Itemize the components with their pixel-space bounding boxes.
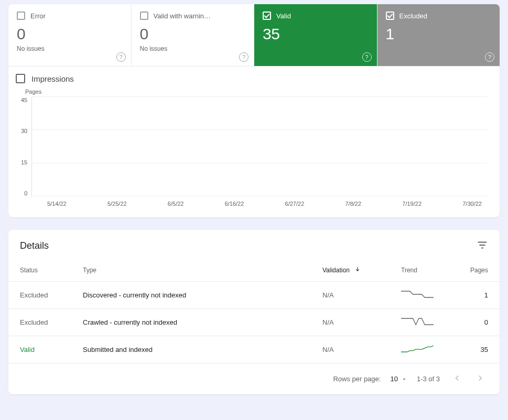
cell-validation: N/A	[311, 336, 390, 363]
y-axis-labels: 4530150	[21, 97, 31, 196]
status-tiles: Error0No issues?Valid with warnin…0No is…	[8, 4, 500, 67]
rows-per-page-select[interactable]: 10	[390, 375, 407, 383]
cell-pages: 0	[458, 309, 500, 336]
details-table: Status Type Validation Trend Pages Exclu…	[8, 255, 500, 363]
chart-plot	[31, 97, 487, 196]
impressions-checkbox[interactable]	[16, 74, 25, 83]
summary-card: Error0No issues?Valid with warnin…0No is…	[8, 4, 500, 217]
cell-type: Submitted and indexed	[71, 336, 311, 363]
help-icon[interactable]: ?	[362, 52, 372, 62]
tile-checkbox[interactable]	[140, 12, 148, 20]
chevron-down-icon	[401, 376, 407, 382]
table-row[interactable]: ExcludedDiscovered - currently not index…	[8, 282, 500, 309]
tile-checkbox[interactable]	[17, 12, 25, 20]
y-axis-title: Pages	[25, 89, 487, 95]
cell-validation: N/A	[311, 309, 390, 336]
col-trend[interactable]: Trend	[390, 255, 458, 282]
col-status[interactable]: Status	[8, 255, 71, 282]
next-page-button[interactable]	[473, 371, 488, 387]
tile-checkbox[interactable]	[263, 12, 271, 20]
cell-status: Excluded	[8, 282, 71, 309]
impressions-toggle-row[interactable]: Impressions	[8, 67, 500, 89]
details-card: Details Status Type Validation Trend Pag…	[8, 230, 500, 394]
help-icon[interactable]: ?	[239, 52, 248, 62]
table-row[interactable]: ValidSubmitted and indexedN/A35	[8, 336, 500, 363]
col-pages[interactable]: Pages	[458, 255, 500, 282]
table-row[interactable]: ExcludedCrawled - currently not indexedN…	[8, 309, 500, 336]
chart-bars	[32, 97, 487, 196]
pagination: Rows per page: 10 1-3 of 3	[8, 363, 500, 394]
pages-chart: Pages 4530150 5/14/225/25/226/5/226/16/2…	[8, 89, 500, 217]
details-title: Details	[20, 240, 49, 251]
tile-subtext: No issues	[140, 45, 246, 52]
cell-trend	[390, 336, 458, 363]
tile-count: 0	[17, 25, 123, 43]
tile-count: 1	[386, 25, 492, 43]
col-validation[interactable]: Validation	[311, 255, 390, 282]
cell-status: Valid	[8, 336, 71, 363]
status-tile-excluded[interactable]: Excluded1?	[377, 4, 500, 66]
cell-pages: 35	[458, 336, 500, 363]
cell-status: Excluded	[8, 309, 71, 336]
tile-count: 0	[140, 25, 246, 43]
tile-label: Excluded	[399, 12, 427, 20]
tile-subtext: No issues	[17, 45, 123, 52]
tile-label: Valid	[276, 12, 291, 20]
cell-type: Discovered - currently not indexed	[71, 282, 311, 309]
sort-desc-icon	[354, 266, 361, 274]
tile-count: 35	[263, 25, 369, 43]
details-tbody: ExcludedDiscovered - currently not index…	[8, 282, 500, 363]
status-tile-error[interactable]: Error0No issues?	[8, 4, 132, 66]
tile-label: Error	[30, 12, 46, 20]
tile-checkbox[interactable]	[386, 12, 394, 20]
filter-icon[interactable]	[477, 239, 488, 252]
prev-page-button[interactable]	[449, 371, 464, 387]
pagination-range: 1-3 of 3	[417, 375, 440, 383]
cell-pages: 1	[458, 282, 500, 309]
cell-type: Crawled - currently not indexed	[71, 309, 311, 336]
status-tile-valid-with-warnin-[interactable]: Valid with warnin…0No issues?	[132, 4, 255, 66]
x-axis-labels: 5/14/225/25/226/5/226/16/226/27/227/8/22…	[42, 201, 487, 207]
cell-validation: N/A	[311, 282, 390, 309]
help-icon[interactable]: ?	[116, 52, 126, 62]
cell-trend	[390, 309, 458, 336]
cell-trend	[390, 282, 458, 309]
impressions-label: Impressions	[31, 74, 74, 83]
rows-per-page-label: Rows per page:	[333, 375, 381, 383]
col-type[interactable]: Type	[71, 255, 311, 282]
help-icon[interactable]: ?	[485, 52, 494, 62]
tile-label: Valid with warnin…	[154, 12, 211, 20]
status-tile-valid[interactable]: Valid35?	[254, 4, 377, 66]
